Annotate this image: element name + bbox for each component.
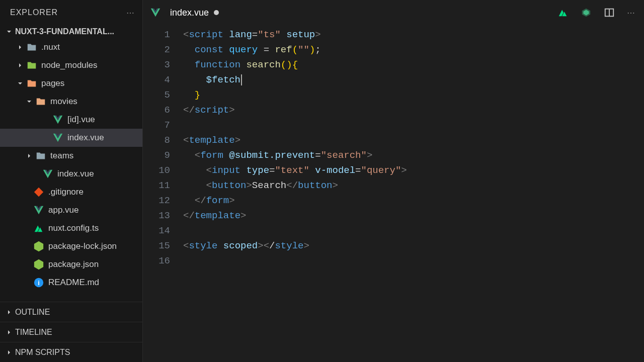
file-tree: NUXT-3-FUNDAMENTAL... .nuxtnode_modulesp… (0, 25, 142, 302)
explorer-header: EXPLORER ⋯ (0, 0, 142, 25)
vue-icon (52, 114, 63, 125)
tree-item-index-vue[interactable]: index.vue (0, 129, 142, 147)
split-editor-icon[interactable] (604, 7, 615, 18)
folder-dark-icon (35, 150, 46, 161)
tree-item-readme-md[interactable]: iREADME.md (0, 274, 142, 292)
svg-text:i: i (38, 279, 40, 287)
tree-item-node-modules[interactable]: node_modules (0, 56, 142, 74)
sidebar: EXPLORER ⋯ NUXT-3-FUNDAMENTAL... .nuxtno… (0, 0, 143, 362)
editor-more-icon[interactable]: ⋯ (627, 8, 635, 18)
tab-actions: ⋯ (548, 7, 644, 18)
panel-timeline[interactable]: TIMELINE (0, 322, 142, 342)
tree-item-package-json[interactable]: npackage.json (0, 255, 142, 274)
svg-text:n: n (37, 262, 40, 267)
folder-pages-icon (26, 78, 37, 89)
line-numbers: 12345678910111213141516 (143, 27, 183, 362)
tab-index-vue[interactable]: index.vue (143, 0, 226, 25)
code-editor[interactable]: 12345678910111213141516 <script lang="ts… (143, 25, 644, 362)
svg-text:n: n (37, 244, 40, 249)
vue-icon (150, 7, 161, 18)
node-icon: n (33, 259, 44, 270)
modified-indicator-icon (214, 10, 219, 15)
explorer-title: EXPLORER (10, 8, 58, 17)
tree-item-nuxt-config-ts[interactable]: nuxt.config.ts (0, 219, 142, 237)
tree-item--id--vue[interactable]: [id].vue (0, 111, 142, 129)
editor-area: index.vue ⋯ 12345678910111213141516 <scr… (143, 0, 644, 362)
code-content[interactable]: <script lang="ts" setup> const query = r… (183, 27, 644, 362)
tree-item--nuxt[interactable]: .nuxt (0, 38, 142, 56)
panel-outline[interactable]: OUTLINE (0, 302, 142, 322)
vue-icon (33, 205, 44, 216)
vue-icon (52, 132, 63, 143)
project-root[interactable]: NUXT-3-FUNDAMENTAL... (0, 25, 142, 38)
nuxt-icon (33, 223, 44, 234)
tab-bar: index.vue ⋯ (143, 0, 644, 25)
folder-green-icon (26, 60, 37, 71)
vue-icon (42, 168, 53, 179)
project-name: NUXT-3-FUNDAMENTAL... (15, 27, 114, 36)
tree-item-package-lock-json[interactable]: npackage-lock.json (0, 237, 142, 255)
node-icon: n (33, 241, 44, 252)
git-icon (33, 187, 44, 198)
tree-item-movies[interactable]: movies (0, 93, 142, 111)
panel-npm-scripts[interactable]: NPM SCRIPTS (0, 342, 142, 362)
tab-label: index.vue (170, 8, 209, 18)
tree-item-teams[interactable]: teams (0, 147, 142, 165)
tree-item-pages[interactable]: pages (0, 74, 142, 93)
folder-dark-icon (26, 42, 37, 53)
more-icon[interactable]: ⋯ (126, 8, 134, 18)
tree-item-index-vue[interactable]: index.vue (0, 165, 142, 183)
tree-item--gitignore[interactable]: .gitignore (0, 183, 142, 201)
nuxt-icon[interactable] (557, 7, 569, 18)
vue-devtools-icon[interactable] (581, 7, 592, 18)
tree-item-app-vue[interactable]: app.vue (0, 201, 142, 219)
info-icon: i (33, 277, 44, 288)
folder-movies-icon (35, 96, 46, 107)
